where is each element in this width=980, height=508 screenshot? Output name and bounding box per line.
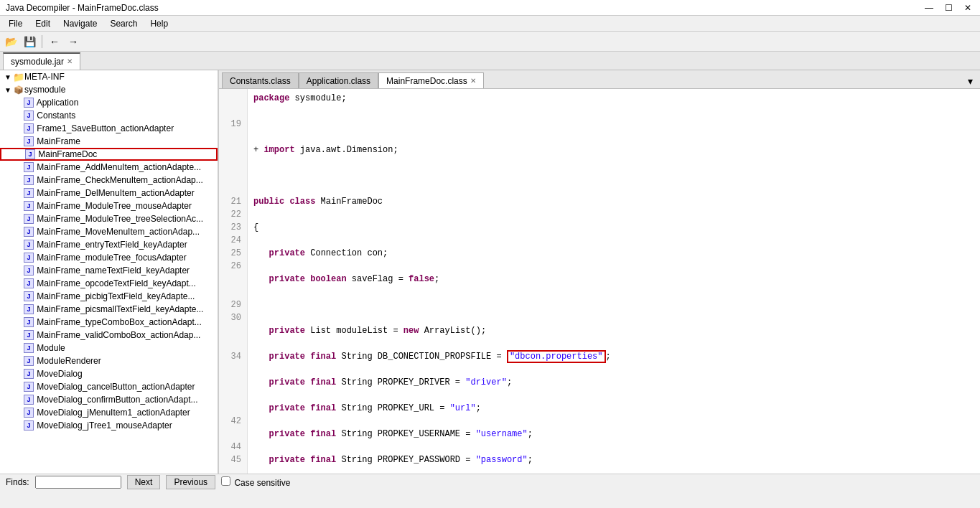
class-icon-mf-nametextfield: J: [23, 265, 34, 276]
tree-item-modulerenderer[interactable]: J ModuleRenderer: [0, 354, 218, 367]
tree-item-mf-picsmalltextfield[interactable]: J MainFrame_picsmallTextField_keyAdapte.…: [0, 303, 218, 316]
tree-label-movedialog-cancel: MoveDialog_cancelButton_actionAdapter: [34, 382, 195, 392]
window-controls: — ☐ ✕: [922, 3, 974, 13]
tree-item-mf-addmenu[interactable]: J MainFrame_AddMenuItem_actionAdapte...: [0, 161, 218, 174]
ln-blank2: [222, 105, 241, 118]
menu-help[interactable]: Help: [144, 17, 174, 30]
class-icon-mainframe: J: [23, 136, 34, 147]
jar-tab-sysmodule[interactable]: sysmodule.jar ✕: [3, 52, 80, 70]
tree-label-mf-picsmalltextfield: MainFrame_picsmallTextField_keyAdapte...: [34, 304, 203, 314]
ln-29: 29: [222, 298, 241, 311]
tab-mainframedoc-close[interactable]: ✕: [470, 77, 476, 85]
tree-label-mf-delmenu: MainFrame_DelMenuItem_actionAdapter: [34, 188, 195, 198]
tree-item-constants[interactable]: J Constants: [0, 109, 218, 122]
class-icon-mf-entrytextfield: J: [23, 239, 34, 250]
tree-item-mf-picbigtextfield[interactable]: J MainFrame_picbigTextField_keyAdapte...: [0, 290, 218, 303]
tree-label-mf-entrytextfield: MainFrame_entryTextField_keyAdapter: [34, 240, 187, 250]
tree-label-mainframe: MainFrame: [34, 136, 80, 146]
tree-panel[interactable]: ▼ 📁 META-INF ▼ 📦 sysmodule J Application…: [0, 70, 219, 474]
tree-item-module[interactable]: J Module: [0, 342, 218, 354]
package-icon-sysmodule: 📦: [13, 84, 24, 95]
tree-label-mainframedoc: MainFrameDoc: [36, 149, 97, 159]
tree-item-movedialog[interactable]: J MoveDialog: [0, 367, 218, 380]
tree-item-mf-moduletree-tree[interactable]: J MainFrame_ModuleTree_treeSelectionAc..…: [0, 212, 218, 225]
tree-item-mf-validcombobox[interactable]: J MainFrame_validComboBox_actionAdap...: [0, 329, 218, 342]
title-text: Java Decompiler - MainFrameDoc.class: [6, 3, 159, 13]
close-button[interactable]: ✕: [961, 3, 974, 13]
tree-item-mf-nametextfield[interactable]: J MainFrame_nameTextField_keyAdapter: [0, 264, 218, 277]
tree-label-mf-moduletree-focus: MainFrame_moduleTree_focusAdapter: [34, 253, 187, 263]
class-icon-mf-moduletree-mouse: J: [23, 200, 34, 212]
tree-item-mf-moduletree-focus[interactable]: J MainFrame_moduleTree_focusAdapter: [0, 251, 218, 264]
tree-item-mf-delmenu[interactable]: J MainFrame_DelMenuItem_actionAdapter: [0, 187, 218, 199]
class-icon-mf-delmenu: J: [23, 187, 34, 199]
ln-22: 22: [222, 208, 241, 221]
maximize-button[interactable]: ☐: [942, 3, 956, 13]
code-area[interactable]: 19 21 22 23 24 25 26 29 30: [219, 89, 980, 474]
save-button[interactable]: 💾: [22, 34, 37, 50]
ln-21: 21: [222, 195, 241, 208]
class-icon-movedialog-jtree: J: [23, 420, 34, 431]
tree-label-mf-movemenu: MainFrame_MoveMenuItem_actionAdap...: [34, 227, 200, 237]
tree-label-mf-moduletree-mouse: MainFrame_ModuleTree_mouseAdapter: [34, 201, 192, 211]
menu-navigate[interactable]: Navigate: [57, 17, 103, 30]
tree-item-mainframe[interactable]: J MainFrame: [0, 135, 218, 148]
tab-constants[interactable]: Constants.class: [222, 72, 299, 88]
class-icon-application: J: [23, 97, 34, 108]
find-input[interactable]: [35, 476, 121, 489]
code-tabbar: Constants.class Application.class MainFr…: [219, 70, 980, 89]
tab-application-label: Application.class: [307, 76, 370, 86]
ln-24: 24: [222, 234, 241, 247]
ln-blank5: [222, 156, 241, 169]
ln-blank7: [222, 182, 241, 195]
forward-button[interactable]: →: [65, 34, 81, 50]
tree-item-meta-inf[interactable]: ▼ 📁 META-INF: [0, 70, 218, 83]
ln-blank6: [222, 169, 241, 182]
ln-blank3: [222, 131, 241, 144]
menu-edit[interactable]: Edit: [29, 17, 56, 30]
tab-application[interactable]: Application.class: [299, 72, 378, 88]
code-text: package sysmodule; + import java.awt.Dim…: [248, 89, 980, 474]
open-button[interactable]: 📂: [3, 34, 19, 50]
tree-item-mf-moduletree-mouse[interactable]: J MainFrame_ModuleTree_mouseAdapter: [0, 199, 218, 212]
tree-label-module: Module: [34, 343, 65, 353]
next-button[interactable]: Next: [127, 475, 161, 489]
ln-blank17: [222, 466, 241, 474]
tab-mainframedoc[interactable]: MainFrameDoc.class ✕: [378, 72, 484, 88]
tree-item-mf-opcodetextfield[interactable]: J MainFrame_opcodeTextField_keyAdapt...: [0, 277, 218, 290]
folder-icon-meta-inf: 📁: [13, 71, 24, 83]
jar-tab-close[interactable]: ✕: [67, 57, 73, 65]
case-sensitive-checkbox[interactable]: [221, 476, 230, 486]
tree-item-sysmodule[interactable]: ▼ 📦 sysmodule: [0, 83, 218, 96]
tree-label-sysmodule: sysmodule: [24, 85, 65, 95]
ln-blank11: [222, 337, 241, 350]
class-icon-movedialog-jmenuitem: J: [23, 407, 34, 418]
tree-item-frame1save[interactable]: J Frame1_SaveButton_actionAdapter: [0, 122, 218, 135]
prev-button[interactable]: Previous: [166, 475, 215, 489]
back-button[interactable]: ←: [47, 34, 62, 50]
tree-item-application[interactable]: J Application: [0, 96, 218, 109]
tab-dropdown[interactable]: ▾: [963, 74, 977, 88]
class-icon-movedialog-cancel: J: [23, 381, 34, 392]
menu-file[interactable]: File: [3, 17, 28, 30]
class-icon-mainframedoc: J: [24, 149, 36, 160]
tree-item-mf-entrytextfield[interactable]: J MainFrame_entryTextField_keyAdapter: [0, 238, 218, 251]
tree-item-mainframedoc[interactable]: J MainFrameDoc: [0, 148, 218, 161]
tree-item-movedialog-confirm[interactable]: J MoveDialog_confirmButton_actionAdapt..…: [0, 393, 218, 406]
main-layout: ▼ 📁 META-INF ▼ 📦 sysmodule J Application…: [0, 70, 980, 474]
tree-item-mf-checkmenu[interactable]: J MainFrame_CheckMenuItem_actionAdap...: [0, 174, 218, 187]
class-icon-mf-addmenu: J: [23, 161, 34, 173]
toolbar: 📂 💾 ← →: [0, 32, 980, 52]
tree-item-movedialog-jtree[interactable]: J MoveDialog_jTree1_mouseAdapter: [0, 419, 218, 432]
ln-blank12: [222, 363, 241, 376]
minimize-button[interactable]: —: [922, 3, 936, 13]
menu-search[interactable]: Search: [104, 17, 143, 30]
case-sensitive-label: Case sensitive: [221, 476, 290, 488]
class-icon-mf-typecombobox: J: [23, 316, 34, 328]
tree-item-movedialog-cancel[interactable]: J MoveDialog_cancelButton_actionAdapter: [0, 380, 218, 393]
tree-item-mf-movemenu[interactable]: J MainFrame_MoveMenuItem_actionAdap...: [0, 225, 218, 238]
tree-label-mf-opcodetextfield: MainFrame_opcodeTextField_keyAdapt...: [34, 278, 196, 288]
ln-blank16: [222, 428, 241, 441]
tree-item-movedialog-jmenuitem[interactable]: J MoveDialog_jMenuItem1_actionAdapter: [0, 406, 218, 419]
tree-item-mf-typecombobox[interactable]: J MainFrame_typeComboBox_actionAdapt...: [0, 316, 218, 329]
